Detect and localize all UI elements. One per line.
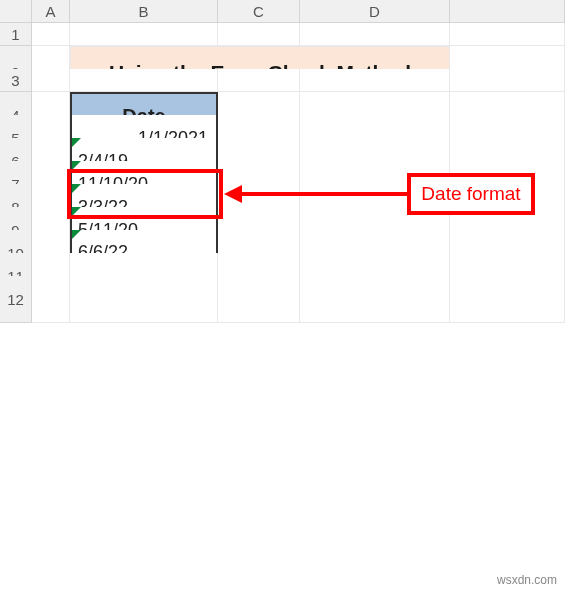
cell-B3[interactable] [70,69,218,92]
error-indicator-icon[interactable] [72,207,81,216]
col-header-C[interactable]: C [218,0,300,23]
cell-E1[interactable] [450,23,565,46]
cell-C1[interactable] [218,23,300,46]
row-header-12[interactable]: 12 [0,276,32,323]
spreadsheet-grid[interactable]: A B C D 1 2 Using the Error Check Method… [0,0,565,299]
cell-C3[interactable] [218,69,300,92]
cell-A12[interactable] [32,276,70,323]
col-header-B[interactable]: B [70,0,218,23]
col-header-D[interactable]: D [300,0,450,23]
cell-A3[interactable] [32,69,70,92]
cell-D12[interactable] [300,276,450,323]
arrow-head-icon [224,185,242,203]
arrow-line [240,192,408,196]
cell-B12[interactable] [70,276,218,323]
cell-D1[interactable] [300,23,450,46]
cell-D3[interactable] [300,69,450,92]
cell-E3[interactable] [450,69,565,92]
cell-E12[interactable] [450,276,565,323]
error-indicator-icon[interactable] [72,184,81,193]
row-header-1[interactable]: 1 [0,23,32,46]
cell-C12[interactable] [218,276,300,323]
col-header-A[interactable]: A [32,0,70,23]
error-indicator-icon[interactable] [72,161,81,170]
error-indicator-icon[interactable] [72,230,81,239]
error-indicator-icon[interactable] [72,138,81,147]
watermark: wsxdn.com [497,573,557,587]
cell-B1[interactable] [70,23,218,46]
callout-box: Date format [407,173,535,215]
col-header-empty[interactable] [450,0,565,23]
row-header-3[interactable]: 3 [0,69,32,92]
select-all-corner[interactable] [0,0,32,23]
cell-A1[interactable] [32,23,70,46]
